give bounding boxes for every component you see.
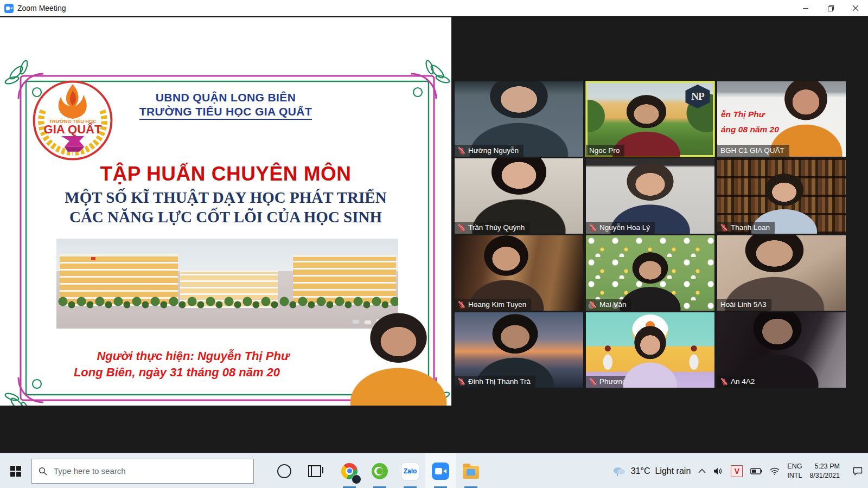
file-explorer-button[interactable] bbox=[456, 453, 486, 488]
participant-name: Trần Thúy Quỳnh bbox=[468, 223, 525, 232]
participant-tile-6[interactable]: Hoang Kim Tuyen bbox=[455, 235, 583, 311]
windows-logo-icon bbox=[10, 466, 21, 477]
participant-name: Nguyễn Hoa Lý bbox=[599, 223, 650, 232]
clock[interactable]: 5:23 PM8/31/2021 bbox=[809, 462, 840, 480]
trees bbox=[56, 295, 398, 310]
participant-nameplate: Đinh Thị Thanh Trà bbox=[455, 376, 535, 388]
presenter-video-figure bbox=[346, 313, 451, 406]
participant-name: Đinh Thị Thanh Trà bbox=[468, 377, 531, 386]
tray-time: 5:23 PM bbox=[814, 462, 840, 471]
zoom-icon bbox=[432, 463, 449, 480]
zoom-taskbar-button[interactable] bbox=[425, 453, 456, 488]
action-center-icon bbox=[853, 467, 863, 476]
muted-mic-icon bbox=[458, 147, 465, 155]
participant-nameplate: Nguyễn Hoa Lý bbox=[586, 222, 655, 234]
speaker-icon bbox=[713, 467, 723, 476]
participant-name: Ngoc Pro bbox=[589, 146, 620, 155]
participant-tile-1[interactable]: NPNgoc Pro bbox=[586, 81, 714, 157]
participant-name: An 4A2 bbox=[731, 377, 755, 386]
slide-presenter-line2: Long Biên, ngày 31 tháng 08 năm 20 bbox=[0, 365, 403, 380]
muted-mic-icon bbox=[589, 301, 597, 309]
search-icon bbox=[39, 467, 47, 476]
window-titlebar: Zoom Meeting bbox=[0, 0, 868, 16]
file-explorer-icon bbox=[463, 466, 479, 479]
participant-nameplate: Ngoc Pro bbox=[586, 145, 624, 157]
slide-title: TẬP HUẤN CHUYÊN MÔN bbox=[0, 163, 451, 185]
action-center-button[interactable] bbox=[853, 467, 863, 476]
np-logo-badge: NP bbox=[684, 85, 711, 108]
start-button[interactable] bbox=[0, 453, 31, 488]
close-button[interactable] bbox=[843, 0, 868, 16]
tray-date: 8/31/2021 bbox=[809, 471, 840, 480]
coccoc-taskbar-button[interactable] bbox=[365, 453, 395, 488]
muted-mic-icon bbox=[720, 224, 728, 232]
search-input[interactable] bbox=[53, 466, 218, 476]
chevron-up-icon bbox=[698, 468, 706, 473]
minimize-button[interactable] bbox=[793, 0, 818, 16]
slide-subtitle-line2: CÁC NĂNG LỰC CỐT LÕI CỦA HỌC SINH bbox=[0, 208, 451, 226]
participant-tile-11[interactable]: An 4A2 bbox=[717, 312, 846, 388]
school-logo: TRƯỜNG TIỂU HỌC GIA QUẤT bbox=[31, 76, 114, 162]
language-indicator[interactable]: ENGINTL bbox=[787, 462, 802, 480]
video-gallery: Hường NguyễnNPNgoc Proễn Thị Phưáng 08 n… bbox=[451, 16, 868, 453]
participant-name: Mai Vân bbox=[599, 300, 627, 309]
taskbar: Zalo 31°C Light rain V bbox=[0, 453, 868, 488]
participant-tile-7[interactable]: Mai Vân bbox=[586, 235, 714, 311]
task-view-button[interactable] bbox=[299, 453, 330, 488]
volume-button[interactable] bbox=[713, 467, 723, 476]
participant-nameplate: Hường Nguyễn bbox=[455, 145, 524, 157]
participant-name: BGH C1 GIA QUẤT bbox=[720, 146, 784, 155]
weather-icon bbox=[612, 465, 626, 477]
participant-tile-3[interactable]: Trần Thúy Quỳnh bbox=[455, 158, 583, 234]
weather-condition: Light rain bbox=[655, 466, 691, 476]
zalo-icon: Zalo bbox=[401, 462, 419, 480]
participant-nameplate: Thanh Loan bbox=[717, 222, 775, 234]
wifi-icon bbox=[770, 467, 780, 475]
coccoc-icon bbox=[372, 463, 388, 479]
participant-nameplate: Hoang Kim Tuyen bbox=[455, 299, 531, 311]
participant-nameplate: An 4A2 bbox=[717, 376, 760, 388]
weather-widget[interactable]: 31°C Light rain bbox=[612, 465, 691, 477]
battery-button[interactable] bbox=[750, 468, 762, 474]
chrome-profile-badge bbox=[352, 474, 361, 484]
participant-tile-2[interactable]: ễn Thị Phưáng 08 năm 20BGH C1 GIA QUẤT bbox=[717, 81, 846, 157]
participant-nameplate: Trần Thúy Quỳnh bbox=[455, 222, 529, 234]
shared-screen: UBND QUẬN LONG BIÊN TRƯỜNG TIỂU HỌC GIA … bbox=[0, 17, 451, 406]
participant-name: Hoang Kim Tuyen bbox=[468, 300, 526, 309]
muted-mic-icon bbox=[720, 378, 728, 386]
restore-button[interactable] bbox=[818, 0, 843, 16]
cortana-button[interactable] bbox=[269, 453, 299, 488]
zoom-app-icon bbox=[4, 4, 14, 13]
temperature: 31°C bbox=[631, 466, 650, 476]
network-button[interactable] bbox=[770, 467, 780, 475]
cortana-icon bbox=[277, 464, 291, 478]
svg-text:GIA QUẤT: GIA QUẤT bbox=[44, 123, 102, 136]
muted-mic-icon bbox=[589, 224, 597, 232]
participant-tile-10[interactable]: Phương Thảo bbox=[586, 312, 714, 388]
participant-tile-0[interactable]: Hường Nguyễn bbox=[455, 81, 583, 157]
window-border bbox=[0, 16, 868, 17]
participant-tile-5[interactable]: Thanh Loan bbox=[717, 158, 846, 234]
battery-icon bbox=[750, 468, 762, 474]
participant-tile-4[interactable]: Nguyễn Hoa Lý bbox=[586, 158, 714, 234]
vietkey-icon[interactable]: V bbox=[731, 465, 743, 477]
flag bbox=[91, 257, 95, 260]
chrome-taskbar-button[interactable] bbox=[334, 453, 365, 488]
participant-nameplate: Hoài Linh 5A3 bbox=[717, 299, 771, 311]
muted-mic-icon bbox=[458, 301, 465, 309]
taskbar-search[interactable] bbox=[31, 459, 254, 484]
participant-name: Hường Nguyễn bbox=[468, 146, 519, 155]
zalo-taskbar-button[interactable]: Zalo bbox=[395, 453, 425, 488]
muted-mic-icon bbox=[458, 378, 465, 386]
participant-tile-8[interactable]: Hoài Linh 5A3 bbox=[717, 235, 846, 311]
presenter-webcam-overlay[interactable] bbox=[346, 313, 451, 406]
participant-nameplate: Mai Vân bbox=[586, 299, 631, 311]
participant-name: Thanh Loan bbox=[731, 223, 770, 232]
participant-nameplate: BGH C1 GIA QUẤT bbox=[717, 145, 789, 157]
window-title: Zoom Meeting bbox=[17, 4, 66, 12]
participant-name: Hoài Linh 5A3 bbox=[720, 300, 767, 309]
muted-mic-icon bbox=[458, 224, 465, 232]
tray-chevron-button[interactable] bbox=[698, 468, 706, 473]
participant-tile-9[interactable]: Đinh Thị Thanh Trà bbox=[455, 312, 583, 388]
slide-subtitle-line1: MỘT SỐ KĨ THUẬT DẠY HỌC PHÁT TRIỂN bbox=[0, 189, 451, 207]
